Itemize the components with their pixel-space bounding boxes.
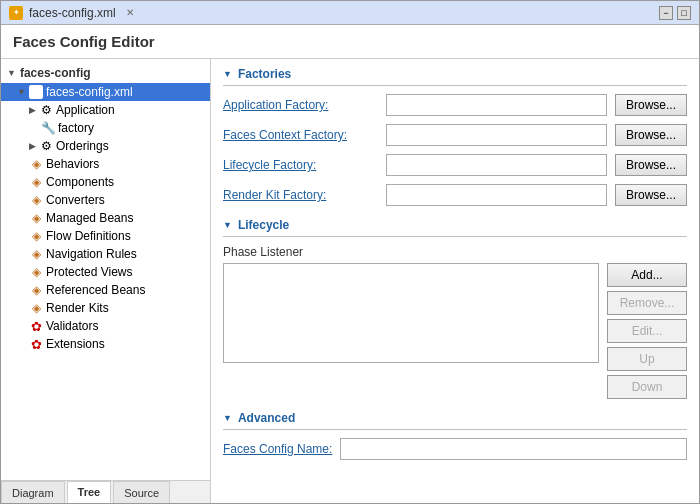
wrench-icon: 🔧 [41,121,55,135]
tab-tree[interactable]: Tree [67,481,112,503]
tab-close-icon[interactable]: ✕ [126,7,134,18]
lifecycle-factory-label[interactable]: Lifecycle Factory: [223,158,378,172]
render-kit-factory-label[interactable]: Render Kit Factory: [223,188,378,202]
tree-item-render-kits[interactable]: ◈ Render Kits [1,299,210,317]
components-icon: ◈ [29,175,43,189]
tree-item-protected-views[interactable]: ◈ Protected Views [1,263,210,281]
tree-item-application[interactable]: ▶ ⚙ Application [1,101,210,119]
tree-item-label: Orderings [56,139,109,153]
main-area: ▼ faces-config ▼ X faces-config.xml ▶ ⚙ … [1,59,699,503]
factories-header: ▼ Factories [223,67,687,86]
add-button[interactable]: Add... [607,263,687,287]
faces-context-factory-row: Faces Context Factory: Browse... [223,124,687,146]
render-kits-icon: ◈ [29,301,43,315]
tree-item-label: Referenced Beans [46,283,145,297]
up-button[interactable]: Up [607,347,687,371]
root-expand-icon: ▼ [7,68,16,78]
render-kit-factory-row: Render Kit Factory: Browse... [223,184,687,206]
bottom-tabs: Diagram Tree Source [1,480,210,503]
application-factory-row: Application Factory: Browse... [223,94,687,116]
protected-views-icon: ◈ [29,265,43,279]
extensions-icon: ✿ [29,337,43,351]
file-icon: ✦ [9,6,23,20]
editor-title: Faces Config Editor [13,33,155,50]
expand-icon: ▶ [29,141,36,151]
edit-button[interactable]: Edit... [607,319,687,343]
tree-item-faces-config-xml[interactable]: ▼ X faces-config.xml [1,83,210,101]
advanced-title: Advanced [238,411,295,425]
lifecycle-buttons: Add... Remove... Edit... Up Down [607,263,687,399]
render-kit-factory-input[interactable] [386,184,607,206]
tree-item-extensions[interactable]: ✿ Extensions [1,335,210,353]
main-window: ✦ faces-config.xml ✕ − □ Faces Config Ed… [0,0,700,504]
faces-config-name-input[interactable] [340,438,687,460]
lifecycle-header: ▼ Lifecycle [223,218,687,237]
phase-listener-list[interactable] [223,263,599,363]
behaviors-icon: ◈ [29,157,43,171]
advanced-row: Faces Config Name: [223,438,687,460]
tree-item-flow-definitions[interactable]: ◈ Flow Definitions [1,227,210,245]
tree-item-label: Flow Definitions [46,229,131,243]
lifecycle-factory-row: Lifecycle Factory: Browse... [223,154,687,176]
tree-item-label: Render Kits [46,301,109,315]
tree-item-label: Protected Views [46,265,133,279]
tab-diagram[interactable]: Diagram [1,481,65,503]
advanced-section: ▼ Advanced Faces Config Name: [223,411,687,460]
lifecycle-content: Add... Remove... Edit... Up Down [223,263,687,399]
tree-item-label: Behaviors [46,157,99,171]
tab-label: faces-config.xml [29,6,116,20]
lifecycle-factory-input[interactable] [386,154,607,176]
tree-item-label: Application [56,103,115,117]
gear-icon: ⚙ [39,139,53,153]
right-panel: ▼ Factories Application Factory: Browse.… [211,59,699,503]
faces-context-factory-browse[interactable]: Browse... [615,124,687,146]
expand-icon: ▼ [17,87,26,97]
tab-source[interactable]: Source [113,481,170,503]
minimize-button[interactable]: − [659,6,673,20]
tree-item-converters[interactable]: ◈ Converters [1,191,210,209]
application-factory-browse[interactable]: Browse... [615,94,687,116]
validators-icon: ✿ [29,319,43,333]
maximize-button[interactable]: □ [677,6,691,20]
remove-button[interactable]: Remove... [607,291,687,315]
expand-icon: ▶ [29,105,36,115]
tree-item-label: Extensions [46,337,105,351]
tree-item-factory[interactable]: 🔧 factory [1,119,210,137]
tree-root-header[interactable]: ▼ faces-config [1,63,210,83]
root-label: faces-config [20,66,91,80]
tree-item-behaviors[interactable]: ◈ Behaviors [1,155,210,173]
managed-beans-icon: ◈ [29,211,43,225]
faces-config-name-label[interactable]: Faces Config Name: [223,442,332,456]
phase-listener-label: Phase Listener [223,245,687,259]
tree-item-label: Components [46,175,114,189]
advanced-header: ▼ Advanced [223,411,687,430]
lifecycle-factory-browse[interactable]: Browse... [615,154,687,176]
tree-item-navigation-rules[interactable]: ◈ Navigation Rules [1,245,210,263]
navigation-rules-icon: ◈ [29,247,43,261]
tree-item-managed-beans[interactable]: ◈ Managed Beans [1,209,210,227]
tree-item-components[interactable]: ◈ Components [1,173,210,191]
faces-context-factory-label[interactable]: Faces Context Factory: [223,128,378,142]
editor-header: Faces Config Editor [1,25,699,59]
tree-item-label: Navigation Rules [46,247,137,261]
title-bar: ✦ faces-config.xml ✕ − □ [1,1,699,25]
title-bar-left: ✦ faces-config.xml ✕ [9,6,134,20]
flow-definitions-icon: ◈ [29,229,43,243]
application-factory-input[interactable] [386,94,607,116]
application-factory-label[interactable]: Application Factory: [223,98,378,112]
lifecycle-expand-icon: ▼ [223,220,232,230]
render-kit-factory-browse[interactable]: Browse... [615,184,687,206]
faces-context-factory-input[interactable] [386,124,607,146]
down-button[interactable]: Down [607,375,687,399]
tree-item-label: Converters [46,193,105,207]
factories-title: Factories [238,67,291,81]
tree-item-label: faces-config.xml [46,85,133,99]
tree-item-referenced-beans[interactable]: ◈ Referenced Beans [1,281,210,299]
tree-item-orderings[interactable]: ▶ ⚙ Orderings [1,137,210,155]
tree-item-label: Managed Beans [46,211,133,225]
tree-item-label: Validators [46,319,98,333]
left-panel: ▼ faces-config ▼ X faces-config.xml ▶ ⚙ … [1,59,211,503]
tree-item-validators[interactable]: ✿ Validators [1,317,210,335]
advanced-expand-icon: ▼ [223,413,232,423]
lifecycle-section: ▼ Lifecycle Phase Listener Add... Remove… [223,218,687,399]
